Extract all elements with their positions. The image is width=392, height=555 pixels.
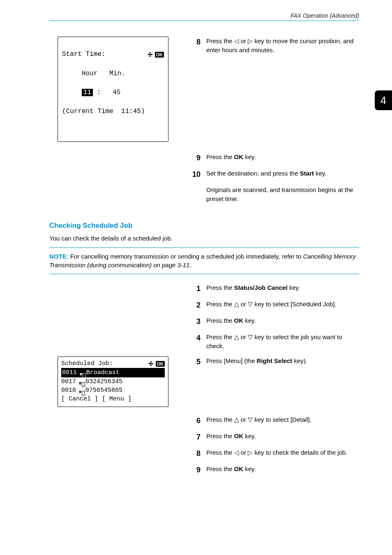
step-10-note: Originals are scanned, and transmission … <box>206 185 359 204</box>
step2-3: 3 Press the OK key. <box>189 316 359 327</box>
ok-indicator: ✢ OK <box>148 359 165 368</box>
note-text-a: For cancelling memory transmission or se… <box>69 253 303 260</box>
lcd2-footer: [ Cancel ] [ Menu ] <box>61 395 165 403</box>
lcd1-title: Start Time: <box>62 51 106 58</box>
triangle-down-icon <box>248 301 253 308</box>
step-10-text: Set the destination, and press the Start… <box>206 169 359 180</box>
section-para: You can check the details of a scheduled… <box>49 235 359 242</box>
step2-5: 5 Press [Menu] (the Right Select key). <box>189 356 359 367</box>
step2-3-num: 3 <box>189 316 201 327</box>
step2-4-text: Press the or key to select the job you w… <box>206 333 359 351</box>
lcd2-row1-text: Broadcast <box>86 368 120 377</box>
step-8-num: 8 <box>189 37 201 55</box>
lcd-start-time: Start Time:✢ OK Hour Min. 11 : 45 (Curre… <box>58 37 168 142</box>
ok-badge: OK <box>156 361 165 367</box>
triangle-up-icon <box>234 301 239 308</box>
step2-8-num: 8 <box>189 448 201 459</box>
lcd-scheduled-job: Scheduled Job: ✢ OK 0011 Broadcast 0017 … <box>58 356 168 407</box>
lcd2-row2: 0017 0324256345 <box>61 377 165 386</box>
triangle-left-icon <box>234 37 239 44</box>
step2-6: 6 Press the or key to select [Detail]. <box>189 415 359 426</box>
step2-3-text: Press the OK key. <box>206 316 359 327</box>
triangle-right-icon <box>248 449 253 456</box>
lcd1-hour-label: Hour <box>82 70 97 77</box>
note-text-b: . <box>190 261 191 268</box>
step-10-num: 10 <box>189 169 201 180</box>
step2-6-text: Press the or key to select [Detail]. <box>206 415 359 426</box>
step2-7-text: Press the OK key. <box>206 432 359 442</box>
lcd1-current: (Current Time 11:45) <box>62 107 164 116</box>
section-heading: Checking Scheduled Job <box>49 222 359 230</box>
lcd2-row2-text: 0324256345 <box>85 377 122 386</box>
step2-9: 9 Press the OK key. <box>189 465 359 475</box>
step2-1-text: Press the Status/Job Cancel key. <box>206 283 359 294</box>
nav-arrows-icon: ✢ <box>148 51 153 58</box>
step2-7-num: 7 <box>189 432 201 442</box>
lcd2-row3-text: 0756545865 <box>85 386 122 395</box>
lcd1-min-label: Min. <box>109 70 125 77</box>
lcd2-row3-id: 0018 <box>61 386 76 395</box>
triangle-down-icon <box>248 416 253 423</box>
triangle-down-icon <box>248 333 253 340</box>
step-9: 9 Press the OK key. <box>189 153 359 163</box>
step-8: 8 Press the or key to move the cursor po… <box>189 37 359 55</box>
lcd2-row3: 0018 0756545865 <box>61 386 165 395</box>
step2-4-num: 4 <box>189 333 201 351</box>
step2-9-num: 9 <box>189 465 201 475</box>
lcd2-row1-id: 0011 <box>62 368 77 377</box>
step2-5-num: 5 <box>189 356 201 367</box>
step2-8: 8 Press the or key to check the details … <box>189 448 359 459</box>
lcd1-hour-value: 11 <box>82 89 93 96</box>
triangle-left-icon <box>234 449 239 456</box>
lcd2-row2-id: 0017 <box>61 377 76 386</box>
step2-6-num: 6 <box>189 415 201 426</box>
triangle-up-icon <box>234 333 239 340</box>
chapter-tab: 4 <box>375 90 392 110</box>
step-9-text: Press the OK key. <box>206 153 359 163</box>
note-label: NOTE: <box>49 253 69 260</box>
step2-2: 2 Press the or key to select [Scheduled … <box>189 300 359 310</box>
triangle-up-icon <box>234 416 239 423</box>
lcd2-title: Scheduled Job: <box>61 359 148 368</box>
step2-2-num: 2 <box>189 300 201 310</box>
step2-8-text: Press the or key to check the details of… <box>206 448 359 459</box>
lcd1-min-value: 45 <box>113 89 120 96</box>
page-header: FAX Operation (Advanced) <box>49 12 359 21</box>
ok-badge: OK <box>155 52 164 58</box>
step2-4: 4 Press the or key to select the job you… <box>189 333 359 351</box>
step2-1-num: 1 <box>189 283 201 294</box>
step2-2-text: Press the or key to select [Scheduled Jo… <box>206 300 359 310</box>
step2-1: 1 Press the Status/Job Cancel key. <box>189 283 359 294</box>
step2-9-text: Press the OK key. <box>206 465 359 475</box>
step2-5-text: Press [Menu] (the Right Select key). <box>206 356 359 367</box>
step-8-text: Press the or key to move the cursor posi… <box>206 37 359 55</box>
triangle-right-icon <box>248 37 253 44</box>
lcd2-row1: 0011 Broadcast <box>61 368 165 377</box>
step-9-num: 9 <box>189 153 201 163</box>
step2-7: 7 Press the OK key. <box>189 432 359 442</box>
ok-indicator: ✢ OK <box>148 50 164 59</box>
note-box: NOTE: For cancelling memory transmission… <box>49 247 359 275</box>
lcd1-sep: : <box>97 89 101 96</box>
step-10: 10 Set the destination, and press the St… <box>189 169 359 180</box>
nav-arrows-icon: ✢ <box>148 360 154 367</box>
